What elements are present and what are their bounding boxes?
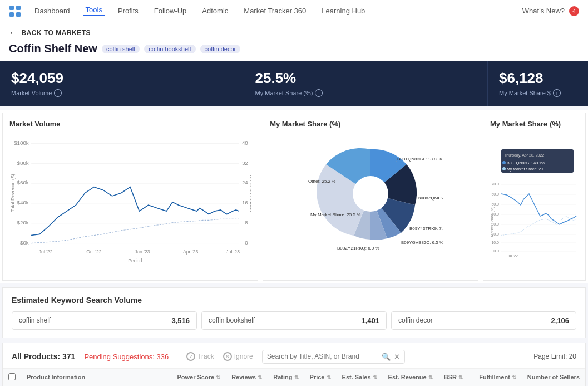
fulfillment-sort-icon[interactable]: ⇅	[512, 374, 516, 380]
svg-text:50.0: 50.0	[491, 202, 499, 206]
metric-market-share-pct-value: 25.5%	[255, 70, 477, 87]
th-est-sales: Est. Sales ⇅	[337, 369, 383, 386]
svg-text:Thursday, Apr 28, 2022: Thursday, Apr 28, 2022	[504, 153, 544, 158]
th-est-revenue: Est. Revenue ⇅	[383, 369, 438, 386]
search-box: 🔍 ✕	[262, 350, 405, 364]
search-input[interactable]	[267, 353, 378, 360]
track-button[interactable]: ✓ Track	[186, 352, 214, 361]
est-revenue-sort-icon[interactable]: ⇅	[428, 374, 433, 380]
svg-text:$0k: $0k	[20, 240, 29, 246]
market-volume-svg: $100k $80k $60k $40k $20k $0k 40 32 24 1…	[9, 133, 251, 272]
logo	[9, 5, 21, 17]
power-score-sort-icon[interactable]: ⇅	[216, 374, 220, 380]
keyword-items: coffin shelf 3,516 coffin bookshelf 1,40…	[12, 311, 576, 330]
top-nav: Dashboard Tools Profits Follow-Up Adtomi…	[0, 0, 588, 22]
metric-market-share-pct: 25.5% My Market Share (%) i	[244, 61, 488, 106]
th-price: Price ⇅	[304, 369, 337, 386]
notification-badge[interactable]: 4	[569, 6, 579, 16]
th-num-sellers: Number of Sellers	[522, 369, 585, 386]
svg-text:$80k: $80k	[17, 160, 29, 166]
svg-text:16: 16	[242, 199, 248, 206]
my-market-share-line-title: My Market Share (%)	[490, 120, 579, 128]
nav-dashboard[interactable]: Dashboard	[32, 7, 72, 15]
market-share-pct-info-icon[interactable]: i	[315, 89, 323, 97]
est-sales-sort-icon[interactable]: ⇅	[373, 374, 377, 380]
ignore-button[interactable]: ✕ Ignore	[223, 352, 253, 361]
back-label: BACK TO MARKETS	[22, 29, 91, 37]
svg-text:B088ZQMCVH: 11.0 %: B088ZQMCVH: 11.0 %	[418, 196, 443, 201]
svg-text:60.0: 60.0	[491, 192, 499, 196]
page-title-bar: Coffin Shelf New coffin shelf coffin boo…	[0, 40, 588, 61]
search-icon[interactable]: 🔍	[382, 353, 391, 361]
select-all-checkbox[interactable]	[8, 373, 16, 380]
charts-row: Market Volume $100k $80k $60k $40k $20k …	[0, 110, 588, 283]
nav-adtomic[interactable]: Adtomic	[200, 7, 230, 15]
svg-text:24: 24	[242, 179, 248, 185]
back-arrow-icon: ←	[9, 28, 18, 38]
page-limit: Page Limit: 20	[533, 353, 576, 360]
svg-text:B09YGVB82C: 6.5 %: B09YGVB82C: 6.5 %	[401, 240, 443, 245]
pending-suggestions-link[interactable]: Pending Suggestions: 336	[84, 353, 169, 361]
tag-coffin-bookshelf[interactable]: coffin bookshelf	[144, 45, 195, 53]
svg-text:Jul '22: Jul '22	[507, 254, 518, 258]
svg-text:My Market Share: 29.: My Market Share: 29.	[507, 167, 544, 172]
svg-point-30	[353, 176, 388, 212]
svg-text:$100k: $100k	[14, 140, 29, 146]
bsr-sort-icon[interactable]: ⇅	[458, 374, 463, 380]
tag-coffin-decor[interactable]: coffin decor	[200, 45, 241, 53]
keyword-section-title: Estimated Keyword Search Volume	[12, 296, 576, 305]
nav-learning-hub[interactable]: Learning Hub	[319, 7, 367, 15]
keyword-count-2: 2,106	[551, 316, 569, 325]
svg-text:70.0: 70.0	[491, 182, 499, 186]
nav-market-tracker[interactable]: Market Tracker 360	[241, 7, 308, 15]
market-volume-info-icon[interactable]: i	[54, 89, 62, 97]
metrics-row: $24,059 Market Volume i 25.5% My Market …	[0, 61, 588, 106]
svg-text:Period: Period	[128, 258, 142, 263]
svg-text:Tracked Products: Tracked Products	[249, 174, 251, 212]
action-bar: ✓ Track ✕ Ignore 🔍 ✕	[186, 350, 405, 364]
keyword-count-1: 1,401	[361, 316, 379, 325]
page-title: Coffin Shelf New	[9, 42, 97, 55]
keyword-item-2: coffin decor 2,106	[391, 311, 576, 330]
nav-right: What's New? 4	[522, 6, 579, 16]
metric-market-volume: $24,059 Market Volume i	[0, 61, 244, 106]
metric-market-share-dollar-value: $6,128	[499, 70, 577, 87]
svg-text:B08TQN83GL: 18.8 %: B08TQN83GL: 18.8 %	[397, 157, 442, 162]
keyword-item-1: coffin bookshelf 1,401	[201, 311, 387, 330]
products-title: All Products: 371	[12, 352, 75, 361]
th-fulfillment: Fulfillment ⇅	[473, 369, 522, 386]
svg-text:32: 32	[242, 160, 248, 166]
svg-rect-2	[9, 12, 14, 17]
th-bsr: BSR ⇅	[438, 369, 473, 386]
svg-rect-0	[9, 6, 14, 10]
svg-text:Oct '22: Oct '22	[86, 249, 101, 255]
products-table: Product Information Power Score ⇅ Review…	[3, 369, 585, 386]
back-bar: ← BACK TO MARKETS	[0, 22, 588, 40]
keyword-item-0: coffin shelf 3,516	[12, 311, 197, 330]
svg-text:B08ZY21RKQ: 6.0 %: B08ZY21RKQ: 6.0 %	[337, 246, 379, 251]
price-sort-icon[interactable]: ⇅	[327, 374, 331, 380]
track-icon: ✓	[186, 352, 195, 361]
nav-tools[interactable]: Tools	[83, 6, 105, 16]
nav-followup[interactable]: Follow-Up	[152, 7, 189, 15]
keyword-text-2: coffin decor	[398, 316, 433, 324]
whats-new-link[interactable]: What's New?	[522, 7, 565, 15]
tag-coffin-shelf[interactable]: coffin shelf	[102, 45, 140, 53]
back-to-markets-link[interactable]: ← BACK TO MARKETS	[9, 28, 91, 38]
th-power-score: Power Score ⇅	[171, 369, 226, 386]
keyword-text-1: coffin bookshelf	[209, 316, 255, 324]
table-header-row: Product Information Power Score ⇅ Review…	[3, 369, 585, 386]
svg-text:0: 0	[245, 240, 248, 246]
rating-sort-icon[interactable]: ⇅	[294, 374, 299, 380]
nav-profits[interactable]: Profits	[116, 7, 141, 15]
clear-search-icon[interactable]: ✕	[394, 353, 400, 361]
svg-text:$20k: $20k	[17, 219, 29, 226]
reviews-sort-icon[interactable]: ⇅	[258, 374, 262, 380]
svg-text:40: 40	[242, 140, 248, 146]
metric-market-share-pct-label: My Market Share (%) i	[255, 89, 477, 97]
svg-text:$40k: $40k	[17, 199, 29, 206]
products-header: All Products: 371 Pending Suggestions: 3…	[3, 343, 585, 369]
svg-text:8: 8	[245, 219, 248, 226]
svg-text:My Market Share: 25.5 %: My Market Share: 25.5 %	[310, 212, 360, 217]
market-share-dollar-info-icon[interactable]: i	[553, 89, 561, 97]
